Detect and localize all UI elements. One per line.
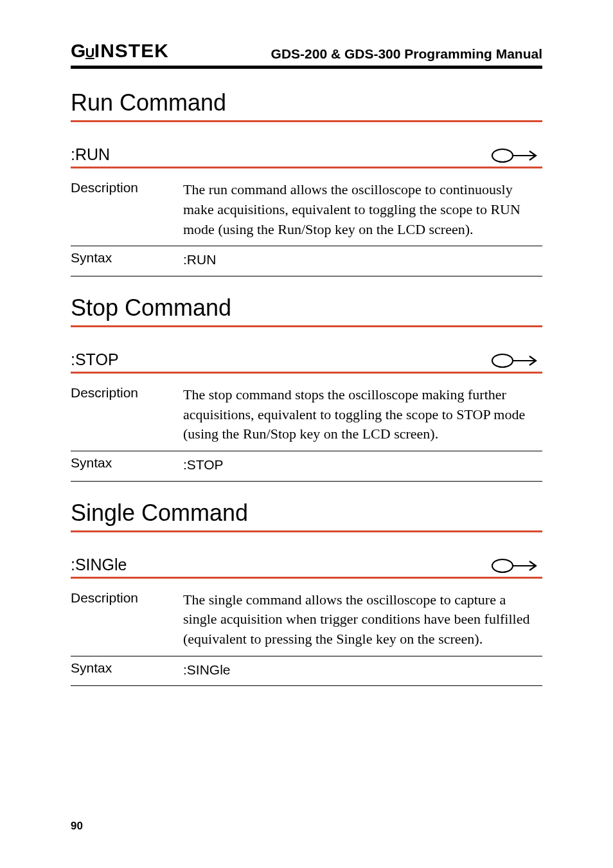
description-row: Description The stop command stops the o… xyxy=(71,381,542,451)
description-label: Description xyxy=(71,385,183,401)
description-text: The run command allows the oscilloscope … xyxy=(183,180,542,239)
command-title-row: :STOP xyxy=(71,350,542,369)
command-accent-rule xyxy=(71,577,542,579)
field-divider xyxy=(71,685,542,686)
command-title-row: :RUN xyxy=(71,145,542,164)
svg-point-2 xyxy=(492,354,513,367)
set-icon xyxy=(491,352,542,369)
description-label: Description xyxy=(71,590,183,606)
description-label: Description xyxy=(71,180,183,195)
command-name: :RUN xyxy=(71,145,110,164)
logo-g: G xyxy=(71,40,85,62)
description-row: Description The run command allows the o… xyxy=(71,176,542,246)
set-icon xyxy=(491,557,542,574)
command-accent-rule xyxy=(71,372,542,374)
section-accent-rule xyxy=(71,530,542,532)
section-heading-single: Single Command xyxy=(71,500,542,527)
syntax-label: Syntax xyxy=(71,250,183,266)
brand-logo: GUINSTEK xyxy=(71,40,169,62)
logo-u: U xyxy=(85,46,94,60)
section-accent-rule xyxy=(71,325,542,327)
command-accent-rule xyxy=(71,167,542,168)
svg-point-0 xyxy=(492,149,513,162)
syntax-text: :SINGle xyxy=(183,660,542,679)
syntax-text: :RUN xyxy=(183,250,542,269)
section-accent-rule xyxy=(71,120,542,122)
syntax-row: Syntax :STOP xyxy=(71,451,542,480)
syntax-row: Syntax :SINGle xyxy=(71,656,542,685)
section-heading-run: Run Command xyxy=(71,89,542,116)
section-heading-stop: Stop Command xyxy=(71,294,542,321)
syntax-text: :STOP xyxy=(183,455,542,474)
logo-instek: INSTEK xyxy=(94,40,169,62)
description-row: Description The single command allows th… xyxy=(71,586,542,656)
command-name: :STOP xyxy=(71,350,119,369)
page-header: GUINSTEK GDS-200 & GDS-300 Programming M… xyxy=(71,40,542,62)
svg-point-4 xyxy=(492,559,513,572)
command-title-row: :SINGle xyxy=(71,556,542,574)
syntax-label: Syntax xyxy=(71,660,183,676)
syntax-label: Syntax xyxy=(71,455,183,471)
page-number: 90 xyxy=(71,820,83,833)
manual-title: GDS-200 & GDS-300 Programming Manual xyxy=(271,46,542,62)
syntax-row: Syntax :RUN xyxy=(71,246,542,275)
description-text: The single command allows the oscillosco… xyxy=(183,590,542,649)
description-text: The stop command stops the oscilloscope … xyxy=(183,385,542,444)
command-name: :SINGle xyxy=(71,556,127,574)
set-icon xyxy=(491,147,542,164)
header-divider xyxy=(71,66,542,69)
